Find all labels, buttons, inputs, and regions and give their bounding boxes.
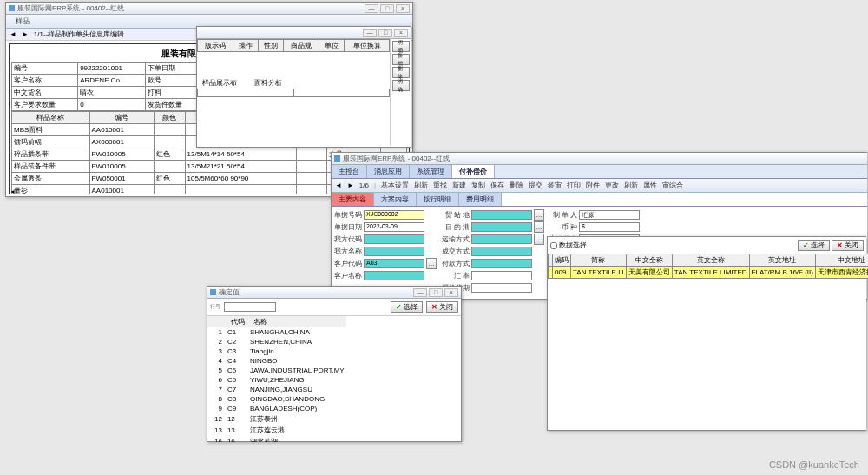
watermark: CSDN @kuankeTech	[769, 459, 859, 470]
form-col-left: 单据号码XJC000002单据日期2022-03-09我方代码我方名称客户代码A…	[334, 209, 437, 294]
list-item[interactable]: 3C3Tiangjin	[207, 346, 346, 356]
tb-item[interactable]: 复制	[471, 181, 485, 190]
subtab-plan[interactable]: 方案内容	[374, 193, 417, 206]
table-row[interactable]: 009TAN TEXTILE LI天美有限公司TAN TEXTILE LIMIT…	[549, 267, 869, 279]
maximize-icon[interactable]: □	[378, 29, 392, 37]
field-input[interactable]	[471, 247, 532, 256]
field-input[interactable]: A03	[364, 259, 424, 268]
tb-item[interactable]: 属性	[643, 181, 657, 190]
form-field: 单据日期2022-03-09	[334, 221, 437, 233]
tab-sys[interactable]: 系统管理	[410, 165, 452, 178]
field-input[interactable]	[471, 210, 532, 220]
field-input[interactable]: XJC000002	[364, 210, 424, 220]
nav-back-icon[interactable]: ◄	[335, 181, 342, 189]
field-input[interactable]	[471, 259, 532, 268]
tb-item[interactable]: 1/6	[359, 181, 369, 189]
close-icon[interactable]: ×	[444, 288, 458, 297]
ellipsis-button[interactable]: …	[534, 234, 544, 245]
list-item[interactable]: 2C2SHENZHEN,CHINA	[207, 337, 346, 346]
subtab-line[interactable]: 按行明细	[417, 193, 459, 206]
field-label: 贸 站 地	[442, 210, 470, 220]
field-input[interactable]	[364, 234, 424, 244]
tb-item[interactable]: 审综合	[662, 181, 683, 190]
scroll-left-icon[interactable]: ◄	[10, 188, 16, 195]
tab-sample[interactable]: 样品	[10, 16, 30, 26]
subtab-fee[interactable]: 费用明细	[459, 193, 502, 206]
close-icon[interactable]: ×	[394, 29, 408, 37]
tb-item[interactable]: 保存	[490, 181, 504, 190]
field-input[interactable]	[364, 247, 424, 256]
nav-fwd-icon[interactable]: ►	[22, 30, 29, 38]
side-button[interactable]: 新增	[392, 54, 410, 65]
tab-pay[interactable]: 付补偿价	[452, 165, 495, 178]
subtab-l[interactable]: 样品展示布	[202, 78, 237, 88]
list-item[interactable]: 1616湖北芜湖	[207, 436, 346, 442]
list-item[interactable]: 5C6JAWA,INDUSTRIAL PORT,MY	[207, 366, 346, 375]
field-input[interactable]	[471, 271, 532, 280]
tb-item[interactable]: 删除	[510, 181, 523, 190]
field-label: 客户名称	[334, 271, 362, 280]
field-input[interactable]: 汇源	[579, 210, 640, 220]
tb-item[interactable]: 刷新	[414, 181, 428, 190]
field-label: 币 种	[549, 222, 577, 232]
field-input[interactable]	[471, 222, 532, 232]
hdr-cell: 99222201001	[78, 63, 146, 75]
list-item[interactable]: 6C6YIWU,ZHEJIANG	[207, 375, 346, 385]
tb-item[interactable]: 刷新	[624, 181, 638, 190]
side-button[interactable]: 明细	[392, 41, 410, 52]
nav-fwd-icon[interactable]: ►	[347, 181, 354, 189]
close-icon[interactable]: ×	[396, 4, 410, 13]
col-header: 代码	[224, 316, 247, 327]
maximize-icon[interactable]: □	[429, 288, 443, 297]
ellipsis-button[interactable]: …	[426, 258, 437, 269]
list-item[interactable]: 8C8QINGDAO,SHANDONG	[207, 394, 346, 404]
titlebar[interactable]: —□×	[197, 27, 411, 39]
field-label: 汇 率	[442, 271, 470, 280]
field-input[interactable]: 2022-03-09	[364, 222, 424, 232]
tb-item[interactable]: 新建	[452, 181, 466, 190]
close-button[interactable]: ✕关闭	[832, 240, 864, 251]
close-button[interactable]: ✕关闭	[426, 301, 458, 313]
minimize-icon[interactable]: —	[363, 29, 377, 37]
select-all-checkbox[interactable]	[550, 242, 557, 249]
list-item[interactable]: 1212江苏泰州	[207, 413, 346, 425]
tab-msg[interactable]: 消息应用	[367, 165, 410, 178]
field-input[interactable]	[471, 234, 532, 244]
tab-main[interactable]: 主控台	[332, 165, 367, 178]
side-button[interactable]: 删除	[392, 67, 410, 78]
tb-item[interactable]: 附件	[586, 181, 600, 190]
tb-item[interactable]: 提交	[529, 181, 542, 190]
ellipsis-button[interactable]: …	[534, 209, 544, 221]
titlebar[interactable]: 确定值—□×	[207, 287, 461, 299]
minimize-icon[interactable]: —	[413, 288, 427, 297]
col-header: 编号	[89, 112, 155, 124]
field-input[interactable]	[364, 271, 424, 280]
subtab-main[interactable]: 主要内容	[332, 193, 374, 206]
side-button[interactable]: 明确	[392, 80, 410, 91]
tb-item[interactable]: 更改	[605, 181, 619, 190]
titlebar[interactable]: 服装国际网ERP系统 - 00402--红线—□×	[6, 3, 412, 15]
titlebar[interactable]: 服装国际网ERP系统 - 00402--红线	[332, 153, 867, 165]
select-button[interactable]: ✓选择	[798, 240, 830, 251]
tb-item[interactable]: 打印	[567, 181, 581, 190]
list-item[interactable]: 9C9BANGLADESH(COP)	[207, 404, 346, 413]
nav-back-icon[interactable]: ◄	[10, 30, 16, 38]
rownum-input[interactable]	[224, 302, 276, 312]
list-item[interactable]: 7C7NANJING,JIANGSU	[207, 385, 346, 394]
field-input[interactable]: $	[579, 222, 640, 232]
list-item[interactable]: 4C4NINGBO	[207, 356, 346, 366]
tb-item[interactable]: 重找	[433, 181, 447, 190]
list-item[interactable]: 1C1SHANGHAI,CHINA	[207, 327, 346, 337]
tb-item[interactable]: 基本设置	[381, 181, 409, 190]
col-header: 单位换算	[345, 40, 390, 52]
list-item[interactable]: 1313江苏连云港	[207, 425, 346, 436]
ellipsis-button[interactable]: …	[534, 221, 544, 233]
minimize-icon[interactable]: —	[365, 4, 378, 13]
field-input[interactable]	[471, 283, 532, 293]
form-field: 单据号码XJC000002	[334, 209, 437, 221]
tb-item[interactable]: 签审	[548, 181, 562, 190]
subtab-r[interactable]: 面料分析	[254, 78, 282, 88]
grid-area[interactable]: 代码名称 1C1SHANGHAI,CHINA2C2SHENZHEN,CHINA3…	[207, 316, 461, 442]
select-button[interactable]: ✓选择	[391, 301, 423, 313]
maximize-icon[interactable]: □	[380, 4, 394, 13]
